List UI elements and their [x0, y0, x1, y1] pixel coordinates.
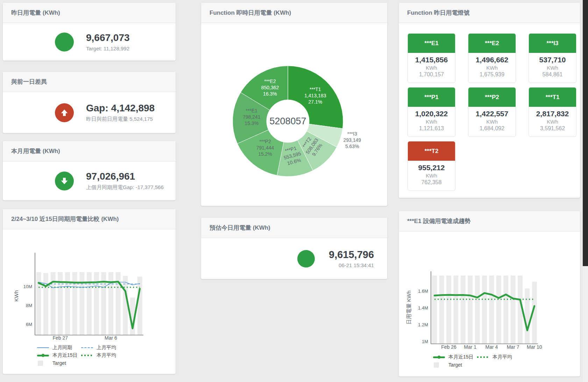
- card-title: 預估今日用電量 (KWh): [210, 224, 270, 231]
- status-tiles-grid: ***E11,415,856KWh1,700,157***E21,496,662…: [408, 33, 576, 191]
- card-header: 本月用電量 (KWh): [3, 141, 176, 161]
- card-month-usage: 本月用電量 (KWh) 97,026,961 上個月同期用電Gap: -17,3…: [3, 141, 176, 200]
- tile-unit: KWh: [468, 65, 516, 71]
- x-tick-label: Mar 1: [464, 344, 476, 350]
- green-status-circle-icon: [55, 33, 74, 51]
- y-tick-label: 1.6M: [418, 289, 428, 294]
- donut-slice-label: ***I3293,1495.63%: [343, 131, 361, 149]
- status-tile-T1: ***T12,817,832KWh3,591,562: [529, 87, 576, 137]
- tile-unit: KWh: [529, 65, 576, 71]
- x-tick-label: Feb 27: [53, 335, 68, 341]
- card-realtime-donut: Function 即時日用電量 (KWh) ***T11,413,18327.1…: [201, 3, 387, 206]
- tile-label: ***I3: [529, 34, 576, 53]
- target-bar: [489, 276, 494, 344]
- card-body: Gap: 4,142,898 昨日與前日用電量 5,524,175: [3, 92, 176, 133]
- target-bar: [482, 276, 487, 344]
- card-gap-prev-day: 與前一日差異 Gap: 4,142,898 昨日與前日用電量 5,524,175: [3, 72, 176, 133]
- card-e1-trend: ***E1 設備用電達成趨勢 1M1.2M1.4M1.6MFeb 26Mar 1…: [399, 211, 580, 376]
- legend-swatch-dash: [81, 347, 93, 348]
- arrow-down-icon: [55, 172, 74, 190]
- realtime-usage-donut[interactable]: ***T11,413,18327.1%***I3293,1495.63%***T…: [201, 23, 387, 206]
- target-bar: [123, 276, 128, 335]
- tile-sub: 1,675,939: [468, 71, 516, 78]
- status-tile-I3: ***I3537,710KWh584,861: [529, 33, 576, 83]
- tile-unit: KWh: [408, 65, 455, 71]
- estimate-today-value: 9,615,796: [329, 249, 374, 261]
- card-title: 2/24~3/10 近15日同期用電量比較 (KWh): [11, 216, 119, 222]
- legend-label: 本月平均: [493, 354, 512, 360]
- target-bar: [439, 276, 444, 344]
- tile-label: ***E2: [468, 34, 516, 53]
- target-bar: [468, 276, 473, 344]
- y-tick-label: 1.4M: [418, 305, 428, 311]
- target-bar: [72, 272, 77, 335]
- status-tile-P1: ***P11,020,322KWh1,121,613: [408, 87, 455, 137]
- x-tick-label: Feb 26: [441, 344, 456, 350]
- tile-label: ***P1: [408, 88, 455, 107]
- y-axis-label: 日用電量 KWh: [406, 291, 412, 325]
- legend-item-上月同期[interactable]: 上月同期: [37, 345, 81, 351]
- tile-body: 955,212KWh762,358: [408, 161, 455, 186]
- target-bar: [475, 276, 480, 344]
- status-tile-E1: ***E11,415,856KWh1,700,157: [408, 33, 455, 83]
- tile-unit: KWh: [468, 119, 516, 125]
- legend-swatch-dots: [477, 356, 489, 358]
- card-header: Function 昨日用電燈號: [399, 3, 580, 23]
- scrollbar-thumb[interactable]: [583, 0, 588, 266]
- card-title: 與前一日差異: [11, 78, 47, 85]
- card-header: 2/24~3/10 近15日同期用電量比較 (KWh): [3, 209, 176, 229]
- target-bar: [446, 276, 451, 344]
- legend-item-本月平均[interactable]: 本月平均: [477, 354, 521, 360]
- card-title: Function 即時日用電量 (KWh): [210, 9, 291, 16]
- target-bar: [453, 276, 458, 344]
- yesterday-usage-target: Target: 11,128,992: [86, 46, 130, 51]
- trend-chart-legend: 本月近15日本月平均Target: [433, 353, 521, 369]
- card-body: 97,026,961 上個月同期用電Gap: -17,377,566: [3, 161, 176, 200]
- y-tick-label: 8M: [26, 303, 32, 308]
- tile-body: 1,496,662KWh1,675,939: [468, 53, 516, 78]
- legend-label: 上月同期: [52, 345, 72, 351]
- legend-item-上月平均[interactable]: 上月平均: [81, 345, 125, 351]
- tile-value: 1,422,557: [468, 110, 516, 118]
- month-usage-value: 97,026,961: [86, 171, 164, 182]
- legend-swatch-square: [38, 361, 43, 366]
- legend-item-Target[interactable]: Target: [37, 360, 81, 366]
- tile-label: ***E1: [408, 34, 455, 53]
- legend-item-Target[interactable]: Target: [433, 362, 477, 368]
- card-15day-compare: 2/24~3/10 近15日同期用電量比較 (KWh) 6M8M10MFeb 2…: [3, 209, 176, 374]
- legend-label: Target: [448, 362, 462, 368]
- card-header: ***E1 設備用電達成趨勢: [399, 211, 580, 231]
- tile-value: 1,496,662: [468, 56, 516, 64]
- compare-chart-legend: 上月同期上月平均本月近15日本月平均Target: [37, 344, 125, 367]
- target-bar: [79, 272, 84, 335]
- gap-prev-day-value: Gap: 4,142,898: [86, 103, 155, 114]
- gap-prev-day-sub: 昨日與前日用電量 5,524,175: [86, 116, 155, 123]
- legend-swatch-thick: [37, 355, 49, 356]
- card-title: 本月用電量 (KWh): [11, 148, 60, 154]
- card-header: 與前一日差異: [3, 72, 176, 92]
- tile-sub: 1,684,092: [468, 125, 516, 132]
- legend-item-本月近15日[interactable]: 本月近15日: [37, 352, 81, 359]
- dashboard-page: 昨日用電量 (KWh) 9,667,073 Target: 11,128,992…: [0, 0, 588, 382]
- legend-swatch-dots: [81, 355, 93, 356]
- target-bar: [432, 276, 437, 344]
- yesterday-usage-value: 9,667,073: [86, 32, 130, 43]
- card-title: 昨日用電量 (KWh): [11, 9, 60, 16]
- x-tick-label: Mar 4: [486, 344, 498, 350]
- card-title: Function 昨日用電燈號: [407, 9, 469, 16]
- legend-item-本月平均[interactable]: 本月平均: [81, 352, 125, 359]
- tile-sub: 584,861: [529, 71, 576, 78]
- tile-body: 2,817,832KWh3,591,562: [529, 107, 576, 132]
- x-tick-label: Mar 6: [105, 335, 117, 341]
- y-tick-label: 1.2M: [418, 322, 428, 327]
- tile-sub: 762,358: [408, 179, 455, 186]
- tile-value: 2,817,832: [529, 110, 576, 118]
- card-header: 預估今日用電量 (KWh): [201, 218, 387, 238]
- legend-label: 本月平均: [97, 352, 116, 359]
- legend-swatch-thick: [433, 356, 445, 358]
- y-tick-label: 1M: [422, 339, 428, 344]
- target-bar: [525, 289, 530, 344]
- arrow-up-icon: [55, 103, 74, 122]
- tile-value: 537,710: [529, 56, 576, 64]
- legend-item-本月近15日[interactable]: 本月近15日: [433, 354, 477, 360]
